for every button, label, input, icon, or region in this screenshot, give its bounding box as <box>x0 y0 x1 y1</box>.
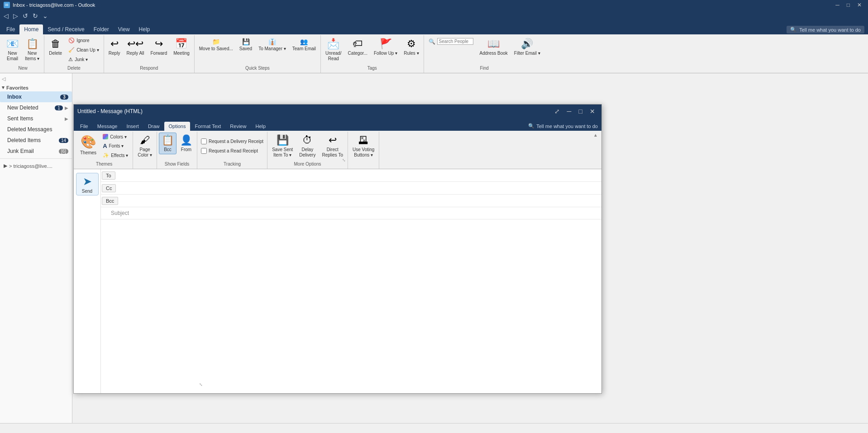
move-to-saved-btn[interactable]: 📁 Move to Saved... <box>196 36 236 53</box>
main-maximize-btn[interactable]: □ <box>844 2 853 8</box>
clean-up-btn[interactable]: 🧹 Clean Up ▾ <box>66 46 101 54</box>
junk-btn[interactable]: ⚠ Junk ▾ <box>66 55 101 64</box>
filter-email-btn[interactable]: 🔊 Filter Email ▾ <box>511 36 543 58</box>
main-close-btn[interactable]: ✕ <box>854 2 864 8</box>
effects-btn[interactable]: ✨ Effects ▾ <box>100 151 131 160</box>
sidebar-item-sent-items[interactable]: Sent Items ▶ <box>0 113 72 124</box>
compose-tab-file[interactable]: File <box>76 122 93 131</box>
read-receipt-checkbox[interactable] <box>201 148 207 154</box>
rules-btn[interactable]: ⚙ Rules ▾ <box>401 36 421 58</box>
team-email-btn[interactable]: 👥 Team Email <box>290 36 319 53</box>
page-color-icon: 🖌 <box>140 134 150 146</box>
read-receipt-checkbox-item[interactable]: Request a Read Receipt <box>199 147 260 155</box>
send-panel: ➤ Send <box>74 169 101 393</box>
more-options-dialog-launcher[interactable]: ⤡ <box>342 158 346 162</box>
sidebar-item-deleted-messages[interactable]: Deleted Messages <box>0 124 72 135</box>
sidebar-item-new-deleted[interactable]: New Deleted 1 ▶ <box>0 102 72 113</box>
delivery-receipt-checkbox-item[interactable]: Request a Delivery Receipt <box>199 138 265 145</box>
use-voting-btn[interactable]: 🗳 Use VotingButtons ▾ <box>350 133 377 160</box>
menu-view[interactable]: View <box>114 24 134 34</box>
compose-rg-voting-label <box>350 166 377 168</box>
saved-btn[interactable]: 💾 Saved <box>237 36 255 53</box>
delivery-receipt-checkbox[interactable] <box>201 138 207 144</box>
colors-btn[interactable]: Colors ▾ <box>100 133 131 141</box>
from-btn[interactable]: 👤 From <box>177 133 195 154</box>
compose-to-input[interactable] <box>116 170 601 181</box>
from-icon: 👤 <box>180 134 192 146</box>
saved-icon: 💾 <box>242 38 250 45</box>
new-deleted-label: New Deleted <box>7 105 38 111</box>
ignore-btn[interactable]: 🚫 Ignore <box>66 36 101 45</box>
qat-customize-btn[interactable]: ⌄ <box>41 11 50 20</box>
qat-redo-btn[interactable]: ↻ <box>31 11 40 20</box>
ribbon-group-new: 📧 NewEmail 📋 NewItems ▾ New <box>2 35 44 73</box>
reply-all-btn[interactable]: ↩↩ Reply All <box>124 36 147 58</box>
compose-to-btn[interactable]: To <box>102 171 115 180</box>
favorites-section-title[interactable]: ▾ Favorites <box>0 83 72 91</box>
menu-folder[interactable]: Folder <box>89 24 114 34</box>
meeting-icon: 📅 <box>175 38 187 50</box>
compose-tab-draw[interactable]: Draw <box>143 122 164 131</box>
team-email-icon: 👥 <box>300 38 308 45</box>
compose-cc-input[interactable] <box>117 182 601 194</box>
compose-tab-insert[interactable]: Insert <box>122 122 143 131</box>
sidebar-account[interactable]: ▶ > triciagoss@live.... <box>0 161 72 171</box>
compose-cc-btn[interactable]: Cc <box>102 184 116 192</box>
search-people-btn[interactable]: 🔍 <box>426 36 476 47</box>
tracking-dialog-launcher[interactable]: ⤡ <box>199 382 203 387</box>
compose-tab-format-text[interactable]: Format Text <box>190 122 225 131</box>
compose-rg-more-options-body: 💾 Save SentItem To ▾ ⏱ DelayDelivery ↩ D… <box>269 133 346 161</box>
compose-ribbon-collapse-btn[interactable]: ▲ <box>591 132 600 138</box>
compose-tab-message[interactable]: Message <box>93 122 122 131</box>
compose-bcc-input[interactable] <box>119 195 601 207</box>
page-color-btn[interactable]: 🖌 PageColor ▾ <box>135 133 155 160</box>
compose-bcc-btn[interactable]: Bcc <box>102 197 118 205</box>
sidebar-item-junk-email[interactable]: Junk Email [6] <box>0 146 72 157</box>
new-items-btn[interactable]: 📋 NewItems ▾ <box>22 36 42 63</box>
send-button[interactable]: ➤ Send <box>76 173 99 195</box>
compose-editor[interactable] <box>101 219 601 393</box>
ribbon-group-delete: 🗑 Delete 🚫 Ignore 🧹 Clean Up ▾ ⚠ Junk ▾ <box>44 35 104 73</box>
themes-btn[interactable]: 🎨 Themes <box>77 133 99 157</box>
qat-forward-btn[interactable]: ▷ <box>11 11 20 20</box>
categorize-btn[interactable]: 🏷 Categor... <box>345 36 370 58</box>
menu-send-receive[interactable]: Send / Receive <box>43 24 89 34</box>
sidebar-item-inbox[interactable]: Inbox 3 <box>0 91 72 102</box>
sidebar-item-deleted-items[interactable]: Deleted Items 14 <box>0 135 72 146</box>
cleanup-icon: 🧹 <box>68 47 75 53</box>
new-email-btn[interactable]: 📧 NewEmail <box>4 36 21 63</box>
save-sent-item-btn[interactable]: 💾 Save SentItem To ▾ <box>269 133 296 160</box>
delay-delivery-btn[interactable]: ⏱ DelayDelivery <box>296 133 318 160</box>
fonts-btn[interactable]: A Fonts ▾ <box>100 141 131 151</box>
compose-tab-review[interactable]: Review <box>225 122 251 131</box>
follow-up-btn[interactable]: 🚩 Follow Up ▾ <box>371 36 400 58</box>
compose-search-box[interactable]: 🔍 Tell me what you want to do <box>528 123 598 129</box>
compose-tab-help[interactable]: Help <box>251 122 270 131</box>
menu-home[interactable]: Home <box>19 24 43 34</box>
compose-subject-input[interactable] <box>133 207 601 219</box>
search-people-input[interactable] <box>437 38 473 45</box>
main-minimize-btn[interactable]: ─ <box>833 2 842 8</box>
direct-replies-btn[interactable]: ↩ DirectReplies To <box>319 133 346 160</box>
address-book-btn[interactable]: 📖 Address Book <box>477 36 510 58</box>
sidebar-collapse-btn[interactable]: ◁ <box>0 75 72 83</box>
inbox-label: Inbox <box>7 94 22 100</box>
meeting-btn[interactable]: 📅 Meeting <box>171 36 192 58</box>
compose-popout-btn[interactable]: ⤢ <box>552 108 563 115</box>
forward-btn[interactable]: ↪ Forward <box>148 36 170 58</box>
compose-minimize-btn[interactable]: ─ <box>564 108 574 115</box>
qat-undo-btn[interactable]: ↺ <box>21 11 30 20</box>
menu-file[interactable]: File <box>2 24 19 34</box>
main-search-box[interactable]: 🔍 Tell me what you want to do <box>787 26 864 33</box>
delete-btn[interactable]: 🗑 Delete <box>46 36 65 58</box>
unread-read-btn[interactable]: 📩 Unread/Read <box>323 36 344 63</box>
menu-help[interactable]: Help <box>134 24 155 34</box>
compose-tab-options[interactable]: Options <box>164 122 191 131</box>
compose-close-btn[interactable]: ✕ <box>587 108 598 115</box>
to-manager-btn[interactable]: 👔 To Manager ▾ <box>256 36 289 53</box>
qat-back-btn[interactable]: ◁ <box>2 11 10 20</box>
compose-maximize-btn[interactable]: □ <box>576 108 585 115</box>
bcc-btn[interactable]: 📋 Bcc <box>159 133 176 154</box>
compose-rg-tracking-body: Request a Delivery Receipt Request a Rea… <box>199 133 265 161</box>
reply-btn[interactable]: ↩ Reply <box>106 36 123 58</box>
